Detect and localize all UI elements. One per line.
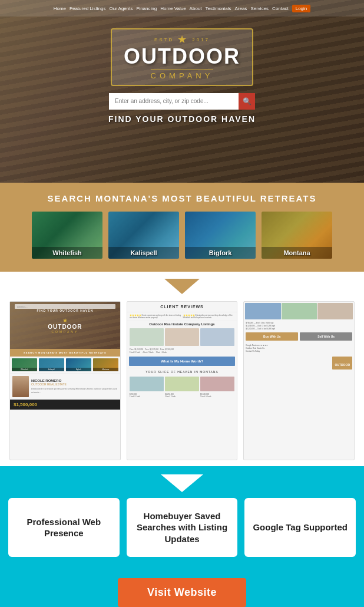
estd-label: ESTD <box>154 37 174 42</box>
sc-right-logo: OUTDOOR <box>244 355 354 371</box>
location-bigfork[interactable]: Bigfork <box>185 212 256 259</box>
sc-loc-label-4: Montana <box>93 368 118 371</box>
sc-review-items: ⭐⭐⭐⭐⭐ Great experience working with the … <box>127 312 237 321</box>
arrow-divider-2 <box>0 466 364 498</box>
search-section: SEARCH MONTANA'S MOST BEAUTIFUL RETREATS… <box>0 183 364 272</box>
nav-testimonials[interactable]: Testimonials <box>206 6 231 11</box>
sc-listing-details: Price: $1,250,000 Price: $2,275,000 Pric… <box>127 347 237 355</box>
cta-section: Visit Website <box>0 569 364 607</box>
location-label-montana: Montana <box>262 247 332 259</box>
sc-loc-2: Kalispell <box>39 358 64 371</box>
nav-contact[interactable]: Contact <box>272 6 289 11</box>
sc-agent-title: OUTDOOR REAL ESTATE <box>31 382 118 386</box>
sc-prop-info-3: $3,500,0005 bed / 4 bath <box>200 393 234 398</box>
nav-about[interactable]: About <box>190 6 202 11</box>
sc-cta-row: Buy With Us Sell With Us <box>244 331 354 342</box>
sc-prop-info-1: $769,0002 bed / 2 bath <box>130 393 164 398</box>
logo-year: 2017 <box>192 37 210 42</box>
logo-container: ESTD ★ 2017 OUTDOOR COMPANY <box>111 28 253 86</box>
feature-label-0: Professional Web Presence <box>16 516 111 539</box>
sc-photo-3 <box>317 303 353 319</box>
sc-banner: SEARCH MONTANA'S MOST BEAUTIFUL RETREATS <box>10 349 120 357</box>
hero-content: ESTD ★ 2017 OUTDOOR COMPANY 🔍 FIND YOUR … <box>0 0 364 124</box>
screenshot-middle: CLIENT REVIEWS ⭐⭐⭐⭐⭐ Great experience wo… <box>127 301 238 460</box>
screenshot-right: $795,000 — 3 bd / 2 ba / 2,400 sqft $1,4… <box>243 301 355 460</box>
nav-home[interactable]: Home <box>54 6 66 11</box>
sc-listing-row <box>127 327 237 347</box>
feature-label-2: Google Tag Supported <box>253 522 348 533</box>
sc-loc-label-1: Whitefish <box>12 368 37 371</box>
sc-loc-3: Bigfork <box>66 358 91 371</box>
sc-home-worth-text: What Is My Home Worth? <box>131 359 233 363</box>
feature-card-0: Professional Web Presence <box>8 498 120 557</box>
location-label-kalispell: Kalispell <box>108 247 179 259</box>
location-montana[interactable]: Montana <box>262 212 332 259</box>
sc-listing-price: $1,500,000 <box>10 400 120 410</box>
search-input[interactable] <box>109 93 239 110</box>
sc-prop-3 <box>200 377 234 391</box>
sc-right-extra: Google Reviews ★★★★★ Outdoor Real Estate… <box>244 342 354 355</box>
sc-reviews-header: CLIENT REVIEWS <box>127 302 237 312</box>
nav-areas[interactable]: Areas <box>235 6 247 11</box>
visit-website-button[interactable]: Visit Website <box>118 578 246 607</box>
sc-photo-2 <box>282 303 317 319</box>
sc-right-listing-3: $2,100,000 — 5 bd / 4 ba / 4,800 sqft <box>246 328 352 331</box>
nav-homevalue[interactable]: Home Value <box>160 6 186 11</box>
sc-logo-sub: COMPANY <box>51 330 78 334</box>
sc-heaven: YOUR SLICE OF HEAVEN IN MONTANA <box>127 368 237 375</box>
feature-card-2: Google Tag Supported <box>244 498 356 557</box>
location-kalispell[interactable]: Kalispell <box>108 212 179 259</box>
sc-prop-2 <box>165 377 199 391</box>
sc-listing-3 <box>200 328 234 346</box>
sc-agent-bio: Dedicated real estate professional servi… <box>31 387 118 394</box>
nav-services[interactable]: Services <box>250 6 269 11</box>
arrow-triangle-2-icon <box>161 474 203 492</box>
location-grid: Whitefish Kalispell Bigfork Montana <box>32 212 332 259</box>
sc-home-worth: What Is My Home Worth? <box>129 357 236 366</box>
sc-loc-label-3: Bigfork <box>66 368 91 371</box>
sc-banner-text: SEARCH MONTANA'S MOST BEAUTIFUL RETREATS <box>12 351 118 354</box>
sc-hero-mini: ★ OUTDOOR COMPANY address... FIND YOUR O… <box>10 302 120 349</box>
sc-review-2: ⭐⭐⭐⭐⭐ Outstanding service and deep knowl… <box>183 314 235 319</box>
nav-agents[interactable]: Our Agents <box>109 6 133 11</box>
arrow-divider <box>0 272 364 301</box>
sc-prop-info-2: $1,250,0003 bed / 2 bath <box>165 393 199 398</box>
sc-listing-1 <box>130 328 164 346</box>
sc-cta-buy: Buy With Us <box>246 332 298 341</box>
hero-tagline: FIND YOUR OUTDOOR HAVEN <box>108 114 256 124</box>
feature-label-1: Homebuyer Saved Searches with Listing Up… <box>135 510 230 545</box>
sc-photos-grid <box>244 302 354 321</box>
hero-section: Home Featured Listings Our Agents Financ… <box>0 0 364 183</box>
screenshots-section: ★ OUTDOOR COMPANY address... FIND YOUR O… <box>0 301 364 466</box>
logo-company: COMPANY <box>151 70 214 80</box>
logo-estd: ESTD ★ 2017 <box>154 34 210 45</box>
sc-agent-photo <box>12 376 29 397</box>
sc-loc-4: Montana <box>93 358 118 371</box>
nav-financing[interactable]: Financing <box>136 6 157 11</box>
sc-cta-sell-text: Sell With Us <box>301 335 351 338</box>
logo-badge: ESTD ★ 2017 OUTDOOR COMPANY <box>111 28 253 86</box>
arrow-triangle-icon <box>164 279 200 294</box>
sc-star-icon: ★ <box>62 317 68 324</box>
sc-price-text: $1,500,000 <box>14 402 117 407</box>
nav-login-button[interactable]: Login <box>292 5 311 12</box>
sc-loc-label-2: Kalispell <box>39 368 64 371</box>
sc-cta-sell: Sell With Us <box>300 332 352 341</box>
sc-photo-1 <box>245 303 280 319</box>
sc-agent-info: NICOLE ROMERO OUTDOOR REAL ESTATE Dedica… <box>31 379 118 394</box>
sc-listings-header: Outdoor Real Estate Company Listings <box>127 321 237 327</box>
sc-review-1: ⭐⭐⭐⭐⭐ Great experience working with the … <box>130 314 181 319</box>
location-label-bigfork: Bigfork <box>185 247 256 259</box>
nav-featured[interactable]: Featured Listings <box>70 6 105 11</box>
location-whitefish[interactable]: Whitefish <box>32 212 102 259</box>
search-button[interactable]: 🔍 <box>239 93 255 110</box>
logo-name: OUTDOOR <box>124 45 240 68</box>
sc-agent-section: NICOLE ROMERO OUTDOOR REAL ESTATE Dedica… <box>10 373 120 400</box>
sc-search-hint: address... <box>17 305 28 308</box>
sc-listings-title: Outdoor Real Estate Company Listings <box>130 322 235 326</box>
sc-loc-1: Whitefish <box>12 358 37 371</box>
sc-logo-text: OUTDOOR <box>48 324 82 330</box>
sc-tagline-mini: FIND YOUR OUTDOOR HAVEN <box>10 309 120 312</box>
sc-cta-buy-text: Buy With Us <box>247 335 297 338</box>
sc-listing-2 <box>165 328 199 346</box>
